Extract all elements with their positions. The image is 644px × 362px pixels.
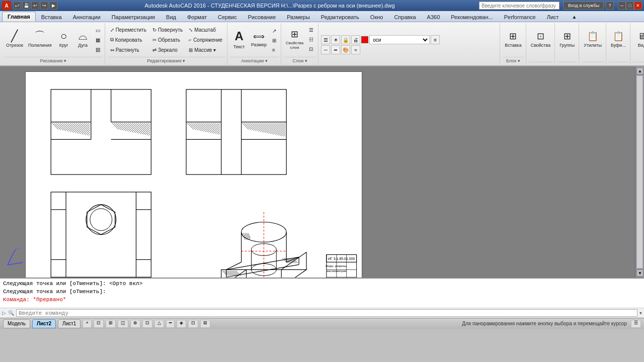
tab-risovanie[interactable]: Рисование	[243, 12, 281, 22]
svg-line-10	[56, 123, 63, 131]
risovanie-dropdown-btn[interactable]: Рисование ▾	[40, 58, 66, 63]
btn-trim[interactable]: ✂ Обрезать	[150, 35, 185, 44]
layer-props-btn[interactable]: ≡	[431, 35, 440, 44]
btn-layer-sm2[interactable]: ☷	[306, 35, 316, 44]
tab-glavnaya[interactable]: Главная	[2, 12, 36, 22]
statusbar-otrack[interactable]: ⊡	[142, 320, 152, 328]
tab-parametrizaciya[interactable]: Параметризация	[106, 12, 160, 22]
statusbar-grid[interactable]: ⊞	[106, 320, 116, 328]
btn-text[interactable]: A Текст	[230, 25, 248, 53]
statusbar-transp[interactable]: ◈	[177, 320, 186, 328]
layer-icon4[interactable]: 🖨	[351, 35, 360, 44]
qa-play-btn[interactable]: ▶	[49, 2, 57, 10]
statusbar-settings-btn[interactable]: ☰	[631, 320, 641, 328]
btn-layer-sm1[interactable]: ☰	[306, 25, 316, 34]
btn-otrezok[interactable]: ╱ Отрезок	[4, 25, 25, 53]
btn-stretch[interactable]: ⇔ Растянуть	[108, 45, 149, 54]
btn-utility[interactable]: 📋 Утилиты	[582, 25, 604, 53]
statusbar-snap[interactable]: ⊡	[94, 320, 104, 328]
linetypes-btn[interactable]: ─	[321, 45, 330, 54]
cmd-options-btn[interactable]: ▾	[639, 310, 642, 316]
close-btn[interactable]: ✕	[634, 2, 642, 10]
command-input[interactable]	[16, 309, 637, 317]
minimize-btn[interactable]: ─	[618, 2, 626, 10]
match-btn[interactable]: ≈	[351, 45, 360, 54]
btn-layer-sm3[interactable]: ⊡	[306, 44, 316, 53]
layers-dropdown-btn[interactable]: Слои ▾	[292, 58, 307, 63]
lineweight-btn[interactable]: ━	[331, 45, 340, 54]
line-icon: ╱	[11, 31, 18, 42]
btn-table[interactable]: ⊞	[270, 36, 279, 45]
qa-new-btn[interactable]: ⮐	[13, 2, 21, 10]
btn-razmer[interactable]: ⟺ Размер	[249, 25, 269, 53]
btn-insert-block[interactable]: ⊞ Вставка	[503, 25, 523, 53]
status-text: Для панорамирования нажмите кнопку выбор…	[462, 321, 627, 326]
qa-redo-btn[interactable]: ↪	[40, 2, 48, 10]
help-btn[interactable]: ?	[606, 2, 614, 10]
tab-expand-btn[interactable]: ▲	[567, 12, 583, 22]
btn-krug[interactable]: ○ Круг	[55, 25, 73, 53]
tab-vid[interactable]: Вид	[160, 12, 182, 22]
block-dropdown-btn[interactable]: Блок ▾	[506, 58, 520, 63]
btn-hatch[interactable]: ▦	[93, 36, 103, 44]
edit-dropdown-btn[interactable]: Редактирование ▾	[147, 58, 185, 63]
statusbar-polar[interactable]: ⊕	[130, 320, 140, 328]
layer-icon2[interactable]: ☀	[331, 35, 340, 44]
btn-copy[interactable]: ⧉ Копировать	[108, 35, 149, 44]
tab-redaktirovanie[interactable]: Редактировать	[315, 12, 365, 22]
tab-format[interactable]: Формат	[182, 12, 212, 22]
layer-color[interactable]	[361, 36, 368, 43]
add-sheet-btn[interactable]: +	[83, 320, 91, 328]
tab-rekomenduemye[interactable]: Рекомендован...	[445, 12, 498, 22]
text-dropdown-btn[interactable]: Аннотации ▾	[241, 58, 268, 63]
btn-annotation3[interactable]: ≡	[270, 45, 279, 54]
btn-fillet[interactable]: ⌐ Сопряжение	[186, 35, 225, 44]
login-btn[interactable]: Вход в службы	[564, 2, 604, 10]
tab-list[interactable]: Лист	[541, 12, 565, 22]
layer-icon1[interactable]: ☰	[321, 35, 330, 44]
btn-clipboard[interactable]: 📋 Буфе...	[609, 25, 628, 53]
maximize-btn[interactable]: □	[626, 2, 634, 10]
btn-array[interactable]: ⊞ Массив ▾	[186, 45, 225, 54]
btn-insert-block-label: Вставка	[505, 43, 521, 48]
tab-list1[interactable]: Лист1	[58, 319, 80, 328]
statusbar-quick-props[interactable]: ⊡	[188, 320, 198, 328]
btn-move[interactable]: ⤢ Переместить	[108, 25, 149, 34]
tab-spravka[interactable]: Справка	[388, 12, 421, 22]
tab-annotacii[interactable]: Аннотации	[67, 12, 106, 22]
tab-razmery[interactable]: Размеры	[281, 12, 315, 22]
btn-rectangle[interactable]: ▭	[93, 26, 103, 35]
tab-servis[interactable]: Сервис	[212, 12, 243, 22]
btn-properties[interactable]: ⊡ Свойства	[529, 25, 553, 53]
layer-dropdown[interactable]: оси	[369, 35, 430, 44]
tab-vstavka[interactable]: Вставка	[36, 12, 67, 22]
scroll-up-btn[interactable]: ▲	[636, 67, 643, 74]
statusbar-ducs[interactable]: △	[154, 320, 164, 328]
tab-performance[interactable]: Performance	[499, 12, 541, 22]
btn-mirror[interactable]: ⇌ Зеркало	[150, 45, 185, 54]
rectangle-icon: ▭	[96, 28, 100, 33]
qa-save-btn[interactable]: 💾	[22, 2, 30, 10]
statusbar-ortho[interactable]: ◫	[118, 320, 128, 328]
btn-scale[interactable]: ⤡ Масштаб	[186, 25, 225, 34]
btn-groups[interactable]: ⊞ Группы	[557, 25, 577, 53]
btn-duga[interactable]: ⌓ Дуга	[74, 25, 92, 53]
btn-gradient[interactable]: ▨	[93, 45, 103, 54]
global-search-input[interactable]	[479, 2, 559, 10]
tab-a360[interactable]: A360	[422, 12, 446, 22]
color-btn[interactable]: 🎨	[341, 45, 350, 54]
btn-view[interactable]: 🖥 Вид	[633, 25, 644, 53]
statusbar-lineweight[interactable]: ━	[166, 320, 175, 328]
layer-icon3[interactable]: 🔒	[341, 35, 350, 44]
statusbar-selection-cycling[interactable]: ⊞	[200, 320, 210, 328]
drawing-canvas[interactable]: ИГ 3.1.85.01.000 Виды, разрезы, аксономе…	[0, 66, 635, 278]
tab-list2[interactable]: Лист2	[32, 319, 56, 328]
qa-undo-btn[interactable]: ↩	[31, 2, 39, 10]
btn-leader[interactable]: ↗	[270, 26, 279, 35]
tab-model[interactable]: Модель	[3, 319, 30, 328]
btn-poliliniya[interactable]: ⌒ Полилиния	[26, 25, 54, 53]
tab-okno[interactable]: Окно	[365, 12, 389, 22]
scroll-down-btn[interactable]: ▼	[636, 269, 643, 277]
btn-svoistva-sloya[interactable]: ⊞ Свойстваслоя	[284, 25, 305, 53]
btn-rotate[interactable]: ↻ Повернуть	[150, 25, 185, 34]
